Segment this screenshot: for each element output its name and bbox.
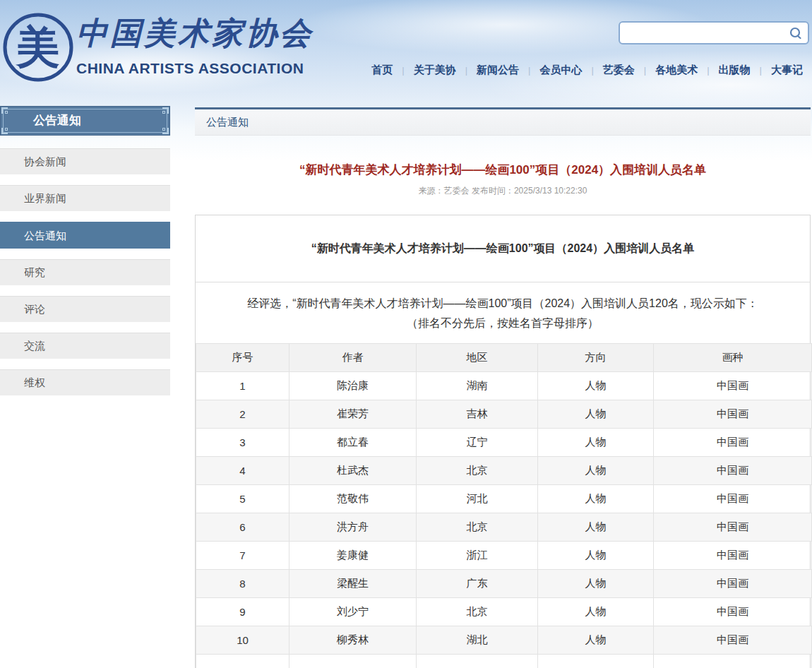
cell-no: 1 [196,372,289,400]
col-header-direction: 方向 [538,344,654,372]
search-icon[interactable] [789,26,803,40]
site-header: 美 中国美术家协会 CHINA ARTISTS ASSOCIATION 首页| … [0,0,812,99]
nav-item-home[interactable]: 首页 [362,64,402,77]
sidebar-list: 协会新闻 业界新闻 公告通知 研究 评论 交流 维权 [0,148,170,395]
nav-item-about[interactable]: 关于美协 [405,64,465,77]
nav-item-regional[interactable]: 各地美术 [646,64,707,77]
nav-item-news[interactable]: 新闻公告 [467,64,528,77]
cell-no: 10 [196,626,289,655]
cell-author: 洪方舟 [289,513,417,542]
cell-author: 梁醒生 [289,570,417,598]
cell-direction: 人物 [538,485,654,513]
table-row: 3都立春辽宁人物中国画 [196,429,812,457]
cell-author: 杜武杰 [289,457,417,485]
cell-direction: 人物 [538,598,654,626]
sidebar-item-exchange[interactable]: 交流 [0,333,170,359]
svg-text:美: 美 [15,21,60,73]
cell-direction: 人物 [538,570,654,598]
cell-author: 陈治康 [289,372,417,400]
table-row: 8梁醒生广东人物中国画 [196,570,812,598]
sidebar-item-rights[interactable]: 维权 [0,369,170,395]
cell-region: 北京 [417,513,538,542]
cell-author: 姜康健 [289,542,417,570]
cell-category: 中国画 [654,513,812,542]
corner-ornament-icon [1,125,11,134]
col-header-author: 作者 [289,344,417,372]
cell-category: 中国画 [654,570,812,598]
site-logo-english: CHINA ARTISTS ASSOCIATION [76,60,304,77]
table-row: 1陈治康湖南人物中国画 [196,372,812,400]
cell-no: 7 [196,542,289,570]
col-header-no: 序号 [196,344,289,372]
article-box-title: “新时代青年美术人才培养计划——绘画100”项目（2024）入围培训人员名单 [196,215,810,282]
col-header-category: 画种 [654,344,812,372]
table-row: 4杜武杰北京人物中国画 [196,457,812,485]
cell-category: 中国画 [654,485,812,513]
cell-region: 北京 [417,457,538,485]
breadcrumb: 公告通知 [195,107,811,136]
cell-author: 刘少宁 [289,598,417,626]
sidebar-item-notices[interactable]: 公告通知 [0,222,170,249]
col-header-region: 地区 [417,344,538,372]
page-title: “新时代青年美术人才培养计划——绘画100”项目（2024）入围培训人员名单 [195,162,811,178]
cell-direction: 人物 [538,457,654,485]
cell-region: 吉林 [417,400,538,429]
cell-no: 9 [196,598,289,626]
site-logo-chinese: 中国美术家协会 [76,13,316,54]
cell-category: 中国画 [654,429,812,457]
table-row: 10柳秀林湖北人物中国画 [196,626,812,655]
corner-ornament-icon [160,107,169,117]
article-body: “新时代青年美术人才培养计划——绘画100”项目（2024）入围培训人员名单 经… [195,215,811,668]
seal-logo-icon: 美 [2,11,74,83]
table-row: 9刘少宁北京人物中国画 [196,598,812,626]
article-intro: 经评选，“新时代青年美术人才培养计划——绘画100”项目（2024）入围培训人员… [196,282,810,343]
sidebar-item-commentary[interactable]: 评论 [0,296,170,322]
cell-category: 中国画 [654,400,812,429]
sidebar-header-label: 公告通知 [33,114,81,127]
cell-direction: 人物 [538,429,654,457]
sidebar-item-association-news[interactable]: 协会新闻 [0,148,170,174]
cell-region: 辽宁 [417,429,538,457]
nav-item-publications[interactable]: 出版物 [710,64,760,77]
nav-item-committee[interactable]: 艺委会 [594,64,644,77]
nav-item-events[interactable]: 大事记 [762,64,812,77]
cell-no: 3 [196,429,289,457]
main-nav: 首页| 关于美协| 新闻公告| 会员中心| 艺委会| 各地美术| 出版物| 大事… [362,59,812,80]
table-row: 5范敬伟河北人物中国画 [196,485,812,513]
sidebar-item-industry-news[interactable]: 业界新闻 [0,185,170,211]
search-box [619,21,809,44]
cell-region: 北京 [417,598,538,626]
cell-author: 都立春 [289,429,417,457]
sidebar-header: 公告通知 [0,106,170,136]
table-row: 2崔荣芳吉林人物中国画 [196,400,812,429]
cell-region: 河北 [417,485,538,513]
corner-ornament-icon [1,107,11,117]
cell-region: 广东 [417,570,538,598]
cell-region: 浙江 [417,542,538,570]
table-header-row: 序号 作者 地区 方向 画种 [196,344,812,372]
cell-category: 中国画 [654,542,812,570]
corner-ornament-icon [160,125,169,134]
nav-item-members[interactable]: 会员中心 [530,64,591,77]
sidebar-item-research[interactable]: 研究 [0,259,170,285]
cell-region: 湖南 [417,372,538,400]
cell-region: 湖北 [417,626,538,655]
intro-line-1: 经评选，“新时代青年美术人才培养计划——绘画100”项目（2024）入围培训人员… [200,294,806,314]
table-row-partial [196,655,812,668]
cell-category: 中国画 [654,457,812,485]
cell-category: 中国画 [654,372,812,400]
cell-direction: 人物 [538,626,654,655]
cell-no: 8 [196,570,289,598]
cell-author: 柳秀林 [289,626,417,655]
table-row: 6洪方舟北京人物中国画 [196,513,812,542]
search-input[interactable] [620,23,789,43]
cell-no: 5 [196,485,289,513]
intro-line-2: （排名不分先后，按姓名首字母排序） [200,314,806,333]
cell-author: 崔荣芳 [289,400,417,429]
cell-no: 2 [196,400,289,429]
cell-direction: 人物 [538,513,654,542]
cell-author: 范敬伟 [289,485,417,513]
cell-no: 4 [196,457,289,485]
cell-direction: 人物 [538,372,654,400]
cell-category: 中国画 [654,626,812,655]
